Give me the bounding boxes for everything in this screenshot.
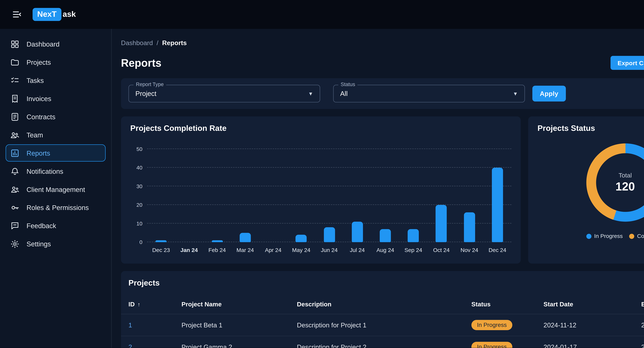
bar-aug-24[interactable]	[380, 229, 391, 242]
donut-center: Total 120	[596, 153, 644, 212]
sidebar-item-tasks[interactable]: Tasks	[6, 72, 106, 89]
bar-slot-jan-24	[175, 149, 203, 242]
cell-start-date: 2024-01-17	[544, 343, 641, 348]
cell-end-date: 2024-12-26	[641, 321, 644, 329]
cell-status: In Progress	[472, 320, 544, 330]
status-badge: In Progress	[472, 320, 512, 330]
bar-sep-24[interactable]	[408, 229, 419, 242]
sidebar-item-settings[interactable]: Settings	[6, 235, 106, 252]
sidebar-item-reports[interactable]: Reports	[6, 144, 106, 162]
bar-slot-dec-23	[147, 149, 175, 242]
clients-icon	[10, 185, 20, 194]
status-label: Status	[338, 82, 358, 87]
x-tick-label: Aug 24	[371, 247, 400, 253]
feedback-icon	[10, 221, 20, 230]
dashboard-icon	[10, 39, 20, 49]
table-header-row: ID↑Project NameDescriptionStatusStart Da…	[121, 294, 644, 314]
column-header-description[interactable]: Description	[297, 300, 472, 307]
row-id-link[interactable]: 1	[128, 321, 132, 329]
bar-dec-24[interactable]	[492, 168, 503, 242]
bar-slot-aug-24	[371, 149, 400, 242]
report-type-select[interactable]: Report Type Project ▼	[128, 85, 320, 103]
donut-total-label: Total	[618, 172, 632, 179]
status-select[interactable]: Status All ▼	[333, 85, 525, 103]
x-axis: Dec 23Jan 24Feb 24Mar 24Apr 24May 24Jun …	[147, 247, 512, 253]
bar-dec-23[interactable]	[156, 240, 167, 242]
sidebar-item-label: Settings	[26, 240, 51, 247]
column-header-start-date[interactable]: Start Date	[544, 300, 641, 307]
x-tick-label: Apr 24	[259, 247, 287, 253]
bar-oct-24[interactable]	[436, 205, 447, 242]
sidebar-item-client-management[interactable]: Client Management	[6, 181, 106, 198]
sidebar-item-feedback[interactable]: Feedback	[6, 217, 106, 234]
theme-toggle-button[interactable]	[641, 6, 644, 23]
legend-dot	[629, 234, 634, 239]
apply-filters-button[interactable]: Apply	[532, 86, 566, 102]
legend-item-completed: Completed	[629, 233, 644, 239]
page-header: Reports Export CSV Generate PDF	[121, 56, 644, 70]
breadcrumb-dashboard-link[interactable]: Dashboard	[121, 39, 153, 47]
bar-nov-24[interactable]	[464, 212, 475, 242]
column-header-project-name[interactable]: Project Name	[182, 300, 297, 307]
sidebar-item-invoices[interactable]: Invoices	[6, 90, 106, 107]
column-header-label: ID	[128, 300, 135, 307]
projects-status-card: Projects Status Total 120 In ProgressCom…	[528, 116, 644, 264]
plot-area	[147, 149, 512, 242]
projects-table-title: Projects	[121, 278, 644, 294]
bar-feb-24[interactable]	[212, 240, 223, 242]
column-header-status[interactable]: Status	[472, 300, 544, 307]
sidebar-item-label: Client Management	[26, 186, 85, 193]
sidebar-item-projects[interactable]: Projects	[6, 54, 106, 71]
projects-table-card: Projects ID↑Project NameDescriptionStatu…	[121, 271, 644, 348]
cell-start-date: 2024-11-12	[544, 321, 641, 329]
column-header-label: End Date	[641, 300, 644, 307]
report-type-value: Project	[135, 90, 156, 97]
sidebar-item-label: Reports	[26, 149, 50, 157]
sort-asc-icon: ↑	[138, 301, 140, 308]
column-header-label: Start Date	[544, 300, 573, 307]
logo-primary: NexT	[32, 8, 61, 21]
bar-may-24[interactable]	[296, 235, 307, 242]
cell-description: Description for Project 2	[297, 343, 472, 348]
bar-slot-apr-24	[259, 149, 287, 242]
sidebar-item-team[interactable]: Team	[6, 126, 106, 143]
bar-mar-24[interactable]	[240, 233, 251, 242]
x-tick-label: Jan 24	[175, 247, 203, 253]
bar-slot-nov-24	[456, 149, 484, 242]
logo: NexT ask	[32, 8, 76, 21]
y-tick-label: 10	[136, 221, 142, 226]
x-tick-label: Mar 24	[231, 247, 259, 253]
column-header-label: Project Name	[182, 300, 222, 307]
column-header-label: Description	[297, 300, 332, 307]
row-id-link[interactable]: 2	[128, 343, 132, 348]
y-axis: 01020304050	[130, 149, 147, 242]
main-content: Dashboard / Reports Reports Export CSV G…	[112, 29, 644, 348]
sidebar-item-roles-permissions[interactable]: Roles & Permissions	[6, 199, 106, 216]
bars-layer	[147, 149, 512, 242]
legend-dot	[586, 234, 592, 239]
sidebar-item-label: Contracts	[26, 113, 56, 120]
column-header-id[interactable]: ID↑	[128, 300, 182, 307]
projects-status-title: Projects Status	[538, 124, 644, 133]
cell-end-date: 2024-06-30	[641, 343, 644, 348]
donut-legend: In ProgressCompleted	[538, 233, 644, 239]
y-tick-label: 50	[136, 146, 142, 152]
x-tick-label: Jul 24	[343, 247, 371, 253]
bar-slot-jul-24	[343, 149, 371, 242]
sidebar-toggle-button[interactable]	[8, 6, 25, 23]
sidebar-item-label: Invoices	[26, 95, 51, 102]
key-icon	[10, 203, 20, 212]
sidebar-item-notifications[interactable]: Notifications	[6, 163, 106, 180]
bar-jun-24[interactable]	[324, 227, 335, 242]
cell-status: In Progress	[472, 342, 544, 348]
bar-slot-jun-24	[315, 149, 343, 242]
sidebar-item-label: Notifications	[26, 167, 63, 175]
column-header-end-date[interactable]: End Date	[641, 300, 644, 307]
sidebar-item-dashboard[interactable]: Dashboard	[6, 36, 106, 53]
breadcrumb: Dashboard / Reports	[121, 39, 644, 47]
x-tick-label: Dec 24	[484, 247, 512, 253]
export-csv-button[interactable]: Export CSV	[611, 56, 644, 70]
sidebar-item-contracts[interactable]: Contracts	[6, 108, 106, 125]
donut-total-value: 120	[616, 180, 635, 193]
bar-jul-24[interactable]	[352, 222, 363, 242]
